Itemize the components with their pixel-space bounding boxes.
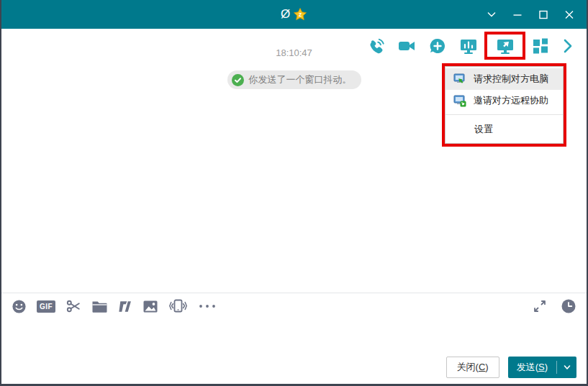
expand-arrows-icon — [532, 298, 548, 314]
composer-toolbar: GIF — [1, 293, 587, 319]
docs-button[interactable] — [117, 299, 132, 314]
composer-more-button[interactable] — [198, 298, 217, 314]
history-clock-icon — [561, 298, 576, 314]
menu-item-settings[interactable]: 设置 — [445, 119, 563, 140]
annotation-box-remote-menu: 请求控制对方电脑 邀请对方远程协助 设置 — [442, 63, 566, 147]
window-title-text: Ø — [281, 7, 290, 22]
close-icon — [562, 7, 576, 22]
close-button-label: 关闭(C) — [457, 361, 489, 374]
svg-text:z: z — [299, 11, 302, 18]
emoji-button[interactable] — [12, 299, 27, 314]
expand-button[interactable] — [532, 298, 548, 314]
menu-separator — [445, 114, 563, 115]
chevron-down-icon — [484, 7, 499, 22]
minimize-icon — [510, 7, 525, 22]
collapse-button[interactable] — [479, 4, 505, 25]
send-options-button[interactable] — [557, 357, 576, 378]
send-button-group: 发送(S) — [508, 357, 576, 378]
composer-right-tools — [532, 298, 576, 314]
ellipsis-icon — [198, 298, 217, 314]
window-controls — [479, 0, 582, 29]
picture-icon — [143, 299, 158, 314]
shake-phone-icon — [168, 298, 188, 314]
message-history-button[interactable] — [561, 298, 576, 314]
chevron-down-icon — [563, 363, 571, 372]
emoji-icon — [12, 299, 27, 314]
minimize-button[interactable] — [505, 4, 530, 25]
success-check-icon — [232, 74, 244, 86]
send-picture-button[interactable] — [143, 299, 158, 314]
menu-item-invite-assist[interactable]: 邀请对方远程协助 — [445, 90, 563, 111]
window-shake-button[interactable] — [168, 298, 188, 314]
send-file-button[interactable] — [91, 299, 107, 314]
send-button[interactable]: 发送(S) — [508, 361, 556, 374]
remote-desktop-menu: 请求控制对方电脑 邀请对方远程协助 设置 — [445, 66, 564, 144]
maximize-button[interactable] — [530, 4, 556, 25]
menu-item-label: 设置 — [474, 123, 493, 136]
send-button-label: 发送(S) — [517, 361, 548, 374]
docs-icon — [117, 299, 132, 314]
window-title: Ø z — [281, 7, 307, 22]
monitor-invite-assist-icon — [453, 95, 466, 107]
menu-item-label: 邀请对方远程协助 — [474, 94, 548, 107]
system-message-text: 你发送了一个窗口抖动。 — [249, 73, 352, 86]
screenshot-button[interactable] — [65, 298, 81, 314]
system-message-bubble: 你发送了一个窗口抖动。 — [227, 70, 361, 89]
menu-item-request-control[interactable]: 请求控制对方电脑 — [445, 68, 563, 90]
maximize-icon — [536, 7, 551, 22]
monitor-request-control-icon — [453, 73, 466, 86]
message-input[interactable] — [1, 319, 587, 352]
scissors-icon — [65, 298, 81, 314]
chat-window: Ø z — [0, 0, 588, 386]
folder-icon — [91, 299, 107, 314]
title-bar: Ø z — [1, 0, 587, 29]
footer-actions: 关闭(C) 发送(S) — [446, 357, 576, 378]
close-button[interactable] — [556, 4, 582, 25]
gif-button[interactable]: GIF — [37, 300, 55, 313]
message-timestamp: 18:10:47 — [1, 47, 587, 58]
gif-icon: GIF — [37, 300, 55, 313]
vip-star-icon: z — [293, 7, 307, 22]
menu-item-label: 请求控制对方电脑 — [474, 73, 548, 86]
close-chat-button[interactable]: 关闭(C) — [446, 357, 499, 378]
